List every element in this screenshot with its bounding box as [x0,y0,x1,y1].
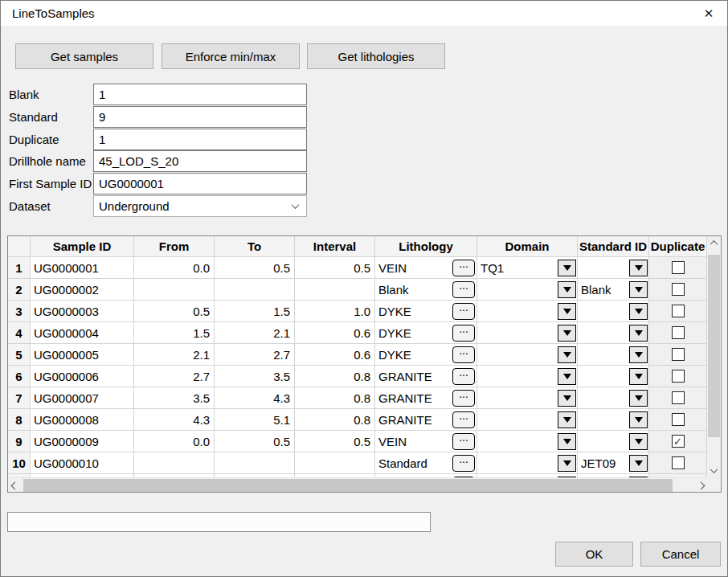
cell-to[interactable]: 3.5 [215,366,295,387]
dropdown-button[interactable] [629,390,648,407]
cell-from[interactable]: 2.1 [134,344,215,366]
cell-standard-id[interactable] [578,301,649,322]
cell-domain[interactable] [477,366,578,387]
dropdown-button[interactable] [629,368,648,385]
column-header-to[interactable]: To [215,236,295,257]
cell-from[interactable]: 3.5 [134,387,215,409]
row-number[interactable]: 6 [8,366,31,387]
cell-standard-id[interactable] [578,409,649,431]
cell-to[interactable] [215,452,295,474]
cell-interval[interactable]: 0.8 [295,409,375,431]
cell-duplicate[interactable] [649,322,707,344]
cell-lithology[interactable]: GRANITE... [375,409,477,431]
cell-duplicate[interactable] [649,387,707,409]
duplicate-checkbox[interactable] [672,305,685,317]
cell-domain[interactable] [477,322,578,344]
vertical-scrollbar[interactable] [707,236,721,477]
duplicate-checkbox[interactable] [672,391,685,404]
cell-duplicate[interactable] [649,344,707,366]
vertical-scroll-thumb[interactable] [708,255,720,437]
ellipsis-button[interactable]: ... [452,346,475,363]
dropdown-button[interactable] [558,346,576,363]
cell-interval[interactable]: 0.5 [295,257,375,279]
dataset-combobox[interactable]: Underground [93,195,307,217]
dropdown-button[interactable] [629,325,648,342]
duplicate-checkbox[interactable] [672,283,685,296]
row-number[interactable]: 4 [8,322,31,344]
cell-from[interactable]: 4.3 [134,409,215,431]
ellipsis-button[interactable]: ... [452,260,475,276]
duplicate-checkbox[interactable] [672,370,685,383]
dropdown-button[interactable] [558,281,576,298]
cell-sample-id[interactable]: UG0000003 [31,301,134,322]
message-field[interactable] [7,512,431,532]
cell-lithology[interactable]: Blank... [375,279,477,301]
row-number[interactable]: 10 [8,452,31,474]
cell-sample-id[interactable]: UG0000005 [31,344,134,366]
dropdown-button[interactable] [558,455,576,472]
row-number[interactable]: 1 [8,257,31,279]
cell-to[interactable]: 0.5 [215,257,295,279]
cell-sample-id[interactable]: UG0000010 [31,452,134,474]
cell-interval[interactable] [295,279,375,301]
enforce-min-max-button[interactable]: Enforce min/max [162,43,300,69]
drillhole-name-input[interactable] [93,150,307,172]
dropdown-button[interactable] [558,433,576,450]
cell-lithology[interactable]: DYKE... [375,322,477,344]
cell-to[interactable]: 2.7 [215,344,295,366]
column-header-lithology[interactable]: Lithology [375,236,477,257]
duplicate-checkbox[interactable] [672,261,685,274]
cell-domain[interactable]: TQ1 [477,257,578,279]
close-icon[interactable]: ✕ [690,1,727,26]
cell-duplicate[interactable] [649,409,707,431]
dropdown-button[interactable] [558,411,576,428]
cell-to[interactable]: 4.3 [215,387,295,409]
duplicate-input[interactable] [93,129,307,150]
dropdown-button[interactable] [629,303,648,320]
cell-standard-id[interactable] [578,366,649,387]
blank-input[interactable] [93,84,307,105]
cell-domain[interactable] [477,452,578,474]
cell-lithology[interactable]: VEIN... [375,431,477,452]
row-number[interactable]: 7 [8,387,31,409]
cell-lithology[interactable]: VEIN... [375,257,477,279]
cell-sample-id[interactable]: UG0000001 [31,257,134,279]
cell-interval[interactable]: 1.0 [295,301,375,322]
cell-duplicate[interactable]: ✓ [649,431,707,452]
dropdown-button[interactable] [558,390,576,407]
ok-button[interactable]: OK [555,542,633,567]
row-number[interactable]: 2 [8,279,31,301]
cancel-button[interactable]: Cancel [640,542,721,567]
cell-domain[interactable] [477,431,578,452]
row-number[interactable]: 8 [8,409,31,431]
get-samples-button[interactable]: Get samples [15,43,153,69]
cell-lithology[interactable]: DYKE... [375,301,477,322]
cell-lithology[interactable]: GRANITE... [375,387,477,409]
ellipsis-button[interactable]: ... [452,411,475,428]
duplicate-checkbox[interactable] [672,348,685,361]
column-header-interval[interactable]: Interval [295,236,375,257]
cell-duplicate[interactable] [649,257,707,279]
row-number[interactable]: 9 [8,431,31,452]
duplicate-checkbox[interactable] [672,456,685,469]
cell-sample-id[interactable]: UG0000008 [31,409,134,431]
cell-from[interactable] [134,279,215,301]
ellipsis-button[interactable]: ... [452,325,475,342]
scroll-right-icon[interactable] [694,478,708,493]
cell-to[interactable]: 1.5 [215,301,295,322]
cell-duplicate[interactable] [649,279,707,301]
dropdown-button[interactable] [629,260,648,276]
cell-interval[interactable]: 0.6 [295,344,375,366]
cell-sample-id[interactable]: UG0000009 [31,431,134,452]
ellipsis-button[interactable]: ... [452,455,475,472]
horizontal-scroll-thumb[interactable] [23,479,673,492]
cell-domain[interactable] [477,387,578,409]
horizontal-scrollbar[interactable] [8,477,708,492]
cell-to[interactable]: 0.5 [215,431,295,452]
cell-to[interactable] [215,279,295,301]
cell-sample-id[interactable]: UG0000004 [31,322,134,344]
column-header-from[interactable]: From [134,236,215,257]
cell-interval[interactable] [295,452,375,474]
ellipsis-button[interactable]: ... [452,433,475,450]
cell-to[interactable]: 2.1 [215,322,295,344]
